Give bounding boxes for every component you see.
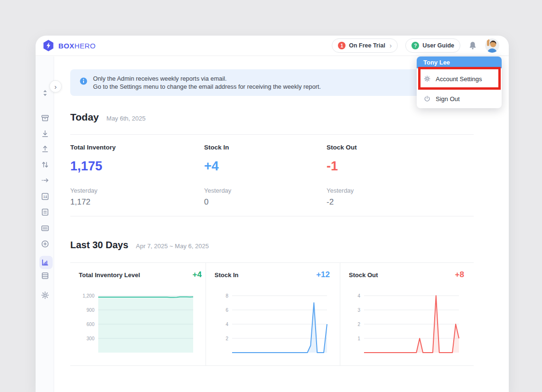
yesterday-value: 1,172	[70, 197, 189, 207]
svg-text:300: 300	[86, 336, 94, 341]
sidebar: 1	[36, 56, 54, 392]
sidebar-item-analytics[interactable]	[36, 258, 54, 267]
power-icon	[423, 95, 431, 103]
adjust-icon	[40, 160, 50, 169]
items-box-icon	[40, 113, 50, 123]
stock-out-chart: 4321	[337, 290, 460, 359]
sidebar-item-settings[interactable]	[36, 290, 54, 300]
svg-text:1: 1	[357, 336, 360, 341]
chevron-right-icon: ›	[390, 42, 392, 49]
chart-title-stock-in: Stock In	[215, 271, 239, 279]
stock-out-icon	[40, 144, 50, 154]
analytics-icon	[40, 258, 50, 267]
chart-title-stock-out: Stock Out	[349, 271, 378, 279]
gear-icon	[423, 75, 431, 83]
svg-text:1: 1	[43, 195, 45, 199]
last30-range: Apr 7, 2025 ~ May 6, 2025	[136, 243, 209, 250]
sidebar-item-add-new[interactable]	[36, 239, 54, 249]
yesterday-label: Yesterday	[327, 187, 445, 194]
menu-item-sign-out[interactable]: Sign Out	[417, 89, 502, 108]
chevron-right-icon: ›	[55, 83, 57, 91]
inventory-level-chart: 1,200900600300	[71, 290, 195, 359]
yesterday-value: -2	[327, 197, 445, 207]
logo-box: BOX	[58, 42, 75, 50]
desktop-background: BOXHERO 1 On Free Trial › ? User Guide	[0, 0, 542, 392]
svg-text:8: 8	[225, 293, 228, 299]
stat-value: +4	[204, 159, 323, 174]
barcode-icon	[40, 224, 50, 233]
stat-total-inventory: Total Inventory 1,175 Yesterday 1,172	[70, 144, 189, 207]
svg-text:4: 4	[225, 322, 228, 327]
info-icon	[80, 77, 87, 85]
user-dropdown-menu: Tony Lee Account Settings Sign Out	[417, 56, 502, 108]
banner-line1: Only the Admin receives weekly reports v…	[93, 75, 321, 83]
last30-section-title: Last 30 Days Apr 7, 2025 ~ May 6, 2025	[70, 240, 209, 251]
boxhero-logo-text: BOXHERO	[58, 42, 96, 50]
svg-text:6: 6	[225, 308, 228, 313]
menu-item-label: Sign Out	[436, 95, 460, 103]
chart-delta-stock-in: +12	[292, 270, 330, 280]
today-date: May 6th, 2025	[106, 115, 145, 122]
user-guide-button[interactable]: ? User Guide	[405, 38, 460, 53]
boxhero-logo-icon	[42, 39, 55, 52]
trial-alert-icon: 1	[338, 42, 346, 49]
stock-in-chart: 8642	[205, 290, 328, 359]
last30-title: Last 30 Days	[70, 240, 128, 251]
app-window: BOXHERO 1 On Free Trial › ? User Guide	[36, 36, 509, 392]
stat-stock-out: Stock Out -1 Yesterday -2	[327, 144, 445, 207]
svg-text:2: 2	[225, 336, 228, 341]
menu-item-label: Account Settings	[436, 75, 482, 83]
yesterday-label: Yesterday	[204, 187, 323, 194]
inventory-count-icon: 1	[40, 192, 50, 201]
top-header: BOXHERO 1 On Free Trial › ? User Guide	[36, 36, 509, 56]
sort-handle-icon	[40, 88, 50, 98]
stat-label: Stock Out	[327, 144, 445, 151]
stat-label: Total Inventory	[70, 144, 189, 151]
sidebar-item-move[interactable]	[36, 176, 54, 185]
sidebar-item-inventory-count[interactable]: 1	[36, 192, 54, 201]
divider	[70, 262, 474, 263]
settings-icon	[40, 290, 50, 300]
svg-text:1,200: 1,200	[83, 293, 94, 299]
banner-line2: Go to the Settings menu to change the em…	[93, 83, 321, 91]
logo-hero: HERO	[75, 42, 96, 50]
svg-text:600: 600	[86, 322, 94, 327]
divider	[70, 365, 474, 366]
move-icon	[40, 176, 50, 185]
stat-stock-in: Stock In +4 Yesterday 0	[204, 144, 323, 207]
sidebar-item-adjust[interactable]	[36, 160, 54, 169]
stock-in-icon	[40, 129, 50, 139]
svg-text:4: 4	[357, 293, 360, 299]
sidebar-item-items[interactable]	[36, 113, 54, 123]
question-icon: ?	[411, 42, 419, 49]
divider	[70, 216, 474, 216]
menu-item-account-settings[interactable]: Account Settings	[417, 68, 502, 89]
stat-label: Stock In	[204, 144, 323, 151]
sidebar-item-stock-in[interactable]	[36, 129, 54, 139]
today-section-title: Today May 6th, 2025	[70, 112, 146, 123]
yesterday-value: 0	[204, 197, 323, 207]
svg-text:3: 3	[357, 308, 360, 313]
free-trial-button[interactable]: 1 On Free Trial ›	[332, 38, 398, 53]
chart-title-inventory: Total Inventory Level	[79, 271, 140, 279]
chart-delta-inventory: +4	[164, 270, 202, 280]
memoji-avatar-icon	[485, 38, 499, 53]
bell-icon[interactable]	[468, 41, 477, 50]
yesterday-label: Yesterday	[70, 187, 189, 194]
purchase-sales-icon	[40, 207, 50, 217]
sidebar-item-barcode[interactable]	[36, 224, 54, 233]
sidebar-item-purchase-sales[interactable]	[36, 207, 54, 217]
svg-text:900: 900	[86, 308, 94, 313]
add-new-icon	[40, 239, 50, 249]
sidebar-item-data-center[interactable]	[36, 271, 54, 280]
boxhero-logo[interactable]: BOXHERO	[42, 39, 96, 52]
divider	[70, 134, 474, 135]
chart-delta-stock-out: +8	[426, 270, 464, 280]
svg-text:2: 2	[357, 322, 360, 327]
stat-value: 1,175	[70, 159, 189, 174]
stat-value: -1	[327, 159, 445, 174]
sidebar-expand-button[interactable]: ›	[49, 80, 62, 93]
sidebar-item-stock-out[interactable]	[36, 144, 54, 154]
avatar[interactable]	[485, 38, 499, 53]
guide-label: User Guide	[422, 42, 454, 49]
